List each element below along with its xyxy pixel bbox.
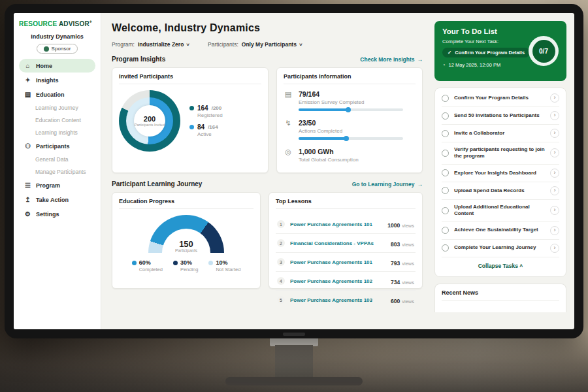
legend-value: 164 bbox=[197, 105, 208, 112]
task-checkbox[interactable] bbox=[442, 207, 449, 214]
chevron-right-icon[interactable]: › bbox=[550, 148, 559, 157]
legend-dot bbox=[189, 125, 194, 129]
stat-label: Total Global Consumption bbox=[299, 157, 359, 163]
collapse-tasks-button[interactable]: Collapse Tasks ˄ bbox=[442, 257, 559, 275]
legend-dot bbox=[208, 261, 213, 265]
sidebar-item-home[interactable]: ⌂Home bbox=[19, 59, 95, 73]
desk-background: RESOURCE ADVISOR+ Industry Dynamics Spon… bbox=[0, 0, 588, 392]
org-name: Industry Dynamics bbox=[19, 33, 95, 40]
lesson-row: 5Power Purchase Agreements 103600views bbox=[276, 291, 416, 309]
learning-journey-title: Participant Learning Journey bbox=[112, 180, 202, 188]
stat-actions-completed: ↯23/50Actions Completed bbox=[284, 119, 416, 140]
lesson-link[interactable]: Power Purchase Agreements 101 bbox=[290, 221, 382, 227]
chevron-right-icon[interactable]: › bbox=[550, 111, 559, 120]
task-row-send-50-invitations-to-participants[interactable]: Send 50 Invitations to Participants› bbox=[442, 107, 559, 125]
sidebar-item-take-action[interactable]: ↥Take Action bbox=[19, 193, 95, 206]
stat-value: 79/164 bbox=[299, 90, 403, 98]
survey-icon: ▤ bbox=[284, 90, 293, 111]
gauge-legend-completed: 60%Completed bbox=[132, 259, 163, 272]
task-checkbox[interactable] bbox=[442, 227, 449, 234]
chevron-right-icon[interactable]: › bbox=[550, 206, 559, 215]
sidebar-item-label: Manage Participants bbox=[35, 169, 86, 175]
task-label: Confirm Your Program Details bbox=[454, 95, 545, 101]
sidebar-item-general-data[interactable]: General Data bbox=[19, 154, 95, 165]
sidebar-item-label: Learning Journey bbox=[35, 105, 78, 111]
lesson-link[interactable]: Power Purchase Agreements 103 bbox=[290, 297, 385, 303]
program-filter-label: Program: bbox=[112, 41, 135, 48]
task-row-explore-your-insights-dashboard[interactable]: Explore Your Insights Dashboard› bbox=[442, 165, 559, 182]
brand-primary: RESOURCE bbox=[19, 20, 57, 27]
lesson-link[interactable]: Power Purchase Agreements 102 bbox=[290, 278, 385, 284]
participants-filter-label: Participants: bbox=[208, 41, 238, 48]
monitor-frame: RESOURCE ADVISOR+ Industry Dynamics Spon… bbox=[5, 4, 583, 338]
program-select[interactable]: Industrialize Zero ˅ bbox=[138, 41, 189, 48]
legend-label: Registered bbox=[197, 112, 223, 118]
sidebar-item-education-content[interactable]: Education Content bbox=[19, 114, 95, 126]
task-row-invite-a-collaborator[interactable]: Invite a Collaborator› bbox=[442, 125, 559, 142]
go-to-learning-journey-link[interactable]: Go to Learning Journey → bbox=[352, 181, 423, 188]
task-row-upload-additional-educational-content[interactable]: Upload Additional Educational Content› bbox=[442, 200, 559, 222]
task-checkbox[interactable] bbox=[442, 95, 449, 102]
lesson-row: 4Power Purchase Agreements 102734views bbox=[276, 272, 416, 291]
donut-center-label: Participants Invited bbox=[135, 123, 165, 127]
clock-icon: ◔ bbox=[442, 62, 446, 68]
sidebar-item-learning-journey[interactable]: Learning Journey bbox=[19, 102, 95, 114]
task-checkbox[interactable] bbox=[442, 150, 449, 157]
task-row-achieve-one-sustainability-target[interactable]: Achieve One Sustainability Target› bbox=[442, 222, 559, 240]
chevron-right-icon[interactable]: › bbox=[550, 244, 559, 253]
stat-value: 23/50 bbox=[299, 119, 403, 127]
sidebar-item-label: Education bbox=[36, 91, 65, 98]
check-more-insights-link[interactable]: Check More Insights → bbox=[360, 56, 423, 63]
task-row-confirm-your-program-details[interactable]: Confirm Your Program Details› bbox=[442, 90, 559, 107]
task-checkbox[interactable] bbox=[442, 244, 449, 252]
check-icon: ✓ bbox=[448, 50, 451, 56]
chevron-right-icon[interactable]: › bbox=[550, 186, 559, 195]
task-checkbox[interactable] bbox=[442, 169, 449, 176]
gauge-legend-line: 10% bbox=[208, 259, 240, 266]
gauge-legend-label: Not Started bbox=[216, 267, 240, 272]
chevron-right-icon[interactable]: › bbox=[550, 93, 559, 103]
gauge-legend-value: 30% bbox=[180, 259, 192, 266]
sidebar-item-education[interactable]: ▤Education bbox=[19, 88, 95, 101]
chevron-right-icon[interactable]: › bbox=[550, 129, 559, 138]
sidebar-item-manage-participants[interactable]: Manage Participants bbox=[19, 166, 95, 178]
lesson-rank: 4 bbox=[277, 277, 285, 285]
chevron-right-icon[interactable]: › bbox=[550, 169, 559, 178]
sidebar-item-label: Take Action bbox=[36, 197, 69, 203]
learning-cards-row: Education Progress 150 Participants 60% bbox=[112, 192, 423, 289]
task-row-upload-spend-data-records[interactable]: Upload Spend Data Records› bbox=[442, 182, 559, 200]
sidebar-item-settings[interactable]: ⚙Settings bbox=[19, 207, 95, 221]
task-checkbox[interactable] bbox=[442, 130, 449, 137]
sidebar-item-learning-insights[interactable]: Learning Insights bbox=[19, 127, 95, 139]
task-checkbox[interactable] bbox=[442, 112, 449, 120]
stat-total-global-consumption: ◎1,000 GWhTotal Global Consumption bbox=[284, 148, 416, 163]
task-checkbox[interactable] bbox=[442, 187, 449, 194]
gauge-legend-not-started: 10%Not Started bbox=[208, 259, 240, 272]
lesson-link[interactable]: Power Purchase Agreements 101 bbox=[290, 259, 385, 265]
todo-next-task[interactable]: ✓ Confirm Your Program Details bbox=[442, 48, 530, 57]
task-row-verify-participants-requesting-to-join-the-program[interactable]: Verify participants requesting to join t… bbox=[442, 142, 559, 165]
recent-news-card: Recent News bbox=[434, 284, 566, 312]
sponsor-badge[interactable]: Sponsor bbox=[37, 44, 78, 54]
task-row-complete-your-learning-journey[interactable]: Complete Your Learning Journey› bbox=[442, 240, 559, 257]
donut-center: 200 Participants Invited bbox=[134, 105, 165, 137]
stat-body: 79/164Emission Survey Completed bbox=[299, 90, 403, 111]
lesson-rank: 5 bbox=[277, 296, 285, 304]
task-label: Send 50 Invitations to Participants bbox=[454, 112, 545, 119]
legend-item-active: 84/164Active bbox=[189, 123, 223, 137]
stat-body: 23/50Actions Completed bbox=[299, 119, 403, 140]
lesson-views-value: 600 bbox=[391, 298, 400, 304]
lesson-link[interactable]: Financial Considerations - VPPAs bbox=[290, 240, 385, 246]
participants-select[interactable]: Only My Participants ˅ bbox=[242, 41, 302, 48]
task-label: Upload Spend Data Records bbox=[454, 188, 545, 194]
chevron-right-icon[interactable]: › bbox=[550, 226, 559, 235]
program-icon: ☰ bbox=[24, 182, 31, 189]
sidebar-item-insights[interactable]: ✦Insights bbox=[19, 73, 95, 87]
sidebar-item-participants[interactable]: ⚇Participants bbox=[19, 139, 95, 153]
lesson-views-value: 803 bbox=[391, 241, 400, 248]
sidebar-item-label: Insights bbox=[36, 77, 59, 84]
lesson-row: 3Power Purchase Agreements 101793views bbox=[276, 253, 416, 272]
education-progress-title: Education Progress bbox=[119, 198, 253, 209]
task-label: Verify participants requesting to join t… bbox=[454, 146, 545, 160]
sidebar-item-program[interactable]: ☰Program bbox=[19, 178, 95, 192]
